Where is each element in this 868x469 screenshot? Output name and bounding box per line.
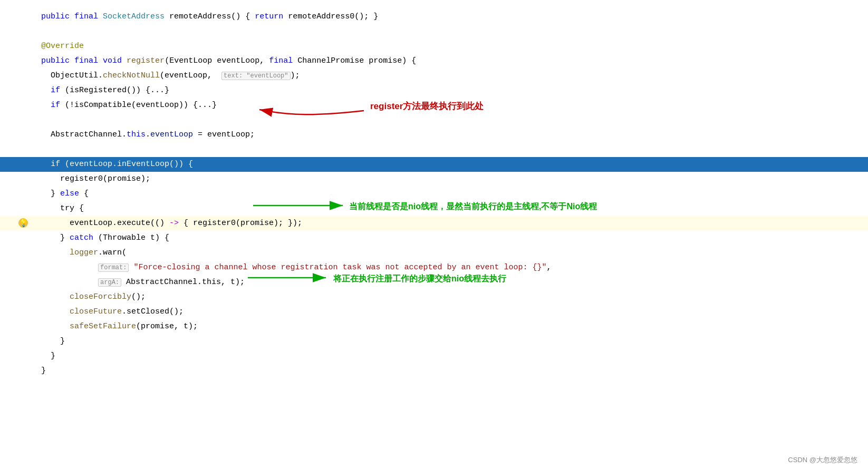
line-content: } <box>32 335 868 348</box>
code-line-iscompatible: if (!isCompatible(eventLoop)) {...} <box>32 98 868 113</box>
code-line-closefuture: closeFuture.setClosed(); <box>32 305 868 319</box>
line-content: closeFuture.setClosed(); <box>32 305 868 319</box>
format-label: format: <box>98 263 129 272</box>
code-line-blank <box>32 24 868 39</box>
code-area: public final SocketAddress remoteAddress… <box>0 0 868 469</box>
line-content: ObjectUtil.checkNotNull(eventLoop, text:… <box>32 69 868 83</box>
code-line-close1: } <box>32 334 868 349</box>
code-line-close2: } <box>32 349 868 364</box>
line-content: register0(promise); <box>32 172 868 186</box>
code-line-blank3 <box>32 142 868 157</box>
line-content: if (!isCompatible(eventLoop)) {...} <box>32 99 868 112</box>
line-content: safeSetFailure(promise, t); <box>32 320 868 334</box>
line-content: closeForcibly(); <box>32 290 868 304</box>
code-line-format: format: "Force-closing a channel whose r… <box>32 260 868 275</box>
code-line-close3: } <box>32 364 868 378</box>
arga-label: argA: <box>98 278 121 287</box>
warning-icon: 💡 <box>18 218 28 228</box>
code-line-catch: } catch (Throwable t) { <box>32 231 868 246</box>
line-content: try { <box>32 202 868 216</box>
code-line-closeforcibly: closeForcibly(); <box>32 290 868 305</box>
line-content: if (isRegistered()) {...} <box>32 84 868 97</box>
line-content: if (eventLoop.inEventLoop()) { <box>32 158 868 171</box>
code-line-register: public final void register(EventLoop eve… <box>32 54 868 69</box>
line-content: AbstractChannel.this.eventLoop = eventLo… <box>32 128 868 142</box>
code-line-execute: 💡 eventLoop.execute(() -> { register0(pr… <box>0 216 868 231</box>
code-line-eventloop-assign: AbstractChannel.this.eventLoop = eventLo… <box>32 128 868 142</box>
code-line-safesetfailure: safeSetFailure(promise, t); <box>32 319 868 334</box>
line-content: @Override <box>32 40 868 53</box>
line-content: public final void register(EventLoop eve… <box>32 54 868 68</box>
code-line-ineventloop: if (eventLoop.inEventLoop()) { <box>0 157 868 172</box>
line-content: } <box>32 349 868 363</box>
code-line-isregistered: if (isRegistered()) {...} <box>32 83 868 98</box>
watermark: CSDN @大忽悠爱忽悠 <box>788 455 857 465</box>
code-line-register0: register0(promise); <box>32 172 868 187</box>
code-line-else: } else { <box>32 187 868 201</box>
code-line-arga: argA: AbstractChannel.this, t); <box>32 275 868 290</box>
code-line-try: try { <box>32 201 868 216</box>
highlight-marker <box>0 157 4 172</box>
code-line-loggerwarn: logger.warn( <box>32 246 868 260</box>
line-content: public final SocketAddress remoteAddress… <box>32 10 868 24</box>
line-content: format: "Force-closing a channel whose r… <box>32 261 868 275</box>
code-line-override: @Override <box>32 39 868 54</box>
line-content: } <box>32 364 868 378</box>
code-line-1: public final SocketAddress remoteAddress… <box>32 9 868 24</box>
line-content: } catch (Throwable t) { <box>32 231 868 245</box>
line-content: argA: AbstractChannel.this, t); <box>32 276 868 289</box>
line-content: } else { <box>32 187 868 201</box>
line-content: logger.warn( <box>32 246 868 260</box>
code-line-checknotnull: ObjectUtil.checkNotNull(eventLoop, text:… <box>32 69 868 83</box>
code-line-blank2 <box>32 113 868 128</box>
line-content: eventLoop.execute(() -> { register0(prom… <box>32 217 868 230</box>
hint-label: text: "eventLoop" <box>221 72 290 80</box>
